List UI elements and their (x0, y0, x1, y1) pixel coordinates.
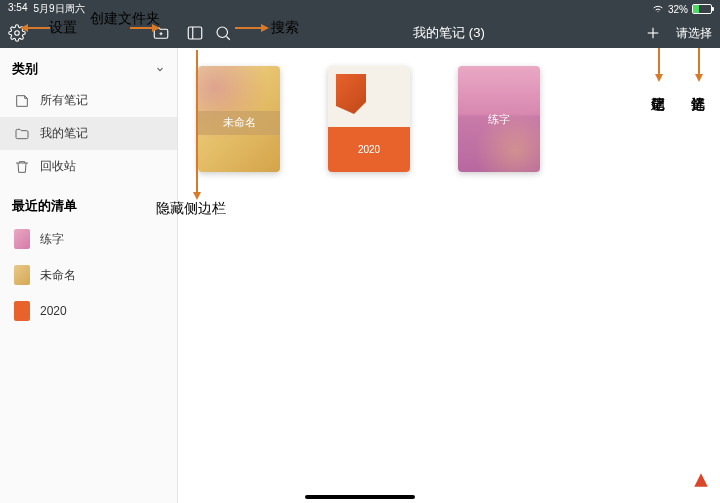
note-thumb-icon (14, 301, 30, 321)
battery-icon (692, 4, 712, 14)
select-button[interactable]: 请选择 (676, 25, 712, 42)
add-note-icon[interactable] (644, 24, 662, 42)
svg-rect-1 (188, 27, 202, 39)
svg-point-3 (217, 27, 228, 38)
note-title: 2020 (358, 144, 380, 155)
notes-icon (14, 93, 30, 109)
app-badge-icon (692, 471, 710, 489)
sidebar-item-label: 我的笔记 (40, 125, 88, 142)
section-recent[interactable]: 最近的清单 (0, 191, 177, 221)
status-bar: 3:54 5月9日周六 32% (0, 0, 720, 18)
sidebar-item-trash[interactable]: 回收站 (0, 150, 177, 183)
section-label: 最近的清单 (12, 197, 77, 215)
settings-icon[interactable] (8, 24, 26, 42)
note-thumb-icon (14, 229, 30, 249)
toolbar: 我的笔记 (3) 请选择 (0, 18, 720, 48)
status-time: 3:54 (8, 2, 27, 16)
sidebar-item-label: 回收站 (40, 158, 76, 175)
note-card[interactable]: 2020 (328, 66, 410, 172)
chevron-down-icon (155, 201, 165, 211)
svg-point-0 (15, 31, 20, 36)
recent-item-label: 未命名 (40, 267, 76, 284)
recent-item-label: 练字 (40, 231, 64, 248)
home-indicator[interactable] (305, 495, 415, 499)
page-title: 我的笔记 (3) (413, 24, 485, 42)
chevron-down-icon (155, 64, 165, 74)
recent-item[interactable]: 未命名 (0, 257, 177, 293)
recent-item[interactable]: 练字 (0, 221, 177, 257)
sidebar-item-all-notes[interactable]: 所有笔记 (0, 84, 177, 117)
sidebar: 类别 所有笔记 我的笔记 回收站 最近的清单 练字 未命名 (0, 48, 178, 503)
trash-icon (14, 159, 30, 175)
note-title: 练字 (488, 112, 510, 127)
add-folder-icon[interactable] (152, 24, 170, 42)
section-label: 类别 (12, 60, 38, 78)
battery-percent: 32% (668, 4, 688, 15)
folder-icon (14, 126, 30, 142)
section-categories[interactable]: 类别 (0, 54, 177, 84)
recent-item[interactable]: 2020 (0, 293, 177, 329)
sidebar-item-label: 所有笔记 (40, 92, 88, 109)
sidebar-item-my-notes[interactable]: 我的笔记 (0, 117, 177, 150)
note-card[interactable]: 未命名 (198, 66, 280, 172)
search-icon[interactable] (214, 24, 232, 42)
toggle-sidebar-icon[interactable] (186, 24, 204, 42)
note-card[interactable]: 练字 (458, 66, 540, 172)
recent-item-label: 2020 (40, 304, 67, 318)
wifi-icon (652, 5, 664, 13)
note-thumb-icon (14, 265, 30, 285)
status-date: 5月9日周六 (33, 2, 84, 16)
svg-line-4 (226, 36, 229, 39)
notes-grid: 未命名 2020 练字 (178, 48, 720, 503)
note-title: 未命名 (223, 115, 256, 130)
